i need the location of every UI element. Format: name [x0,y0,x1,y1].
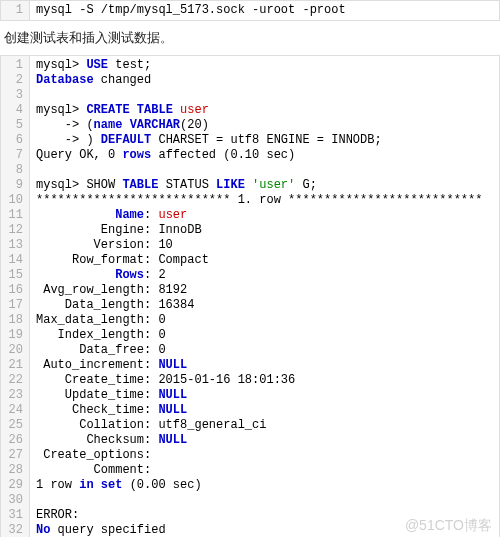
line-number: 3 [5,88,23,103]
code-block-1: 1 mysql -S /tmp/mysql_5173.sock -uroot -… [0,0,500,21]
code-line: ERROR: [36,508,493,523]
line-number: 20 [5,343,23,358]
code-line: Database changed [36,73,493,88]
line-number: 10 [5,193,23,208]
line-number: 24 [5,403,23,418]
code-line: *************************** 1. row *****… [36,193,493,208]
code-line: mysql -S /tmp/mysql_5173.sock -uroot -pr… [36,3,493,18]
code-content: mysql -S /tmp/mysql_5173.sock -uroot -pr… [30,1,499,20]
code-line: Rows: 2 [36,268,493,283]
line-gutter: 1 [1,1,30,20]
line-number: 1 [5,58,23,73]
line-number: 6 [5,133,23,148]
line-number: 13 [5,238,23,253]
code-line: Avg_row_length: 8192 [36,283,493,298]
line-number: 17 [5,298,23,313]
line-number: 30 [5,493,23,508]
code-line: Update_time: NULL [36,388,493,403]
code-line: mysql> USE test; [36,58,493,73]
line-number: 18 [5,313,23,328]
code-line: Engine: InnoDB [36,223,493,238]
code-line: mysql> CREATE TABLE user [36,103,493,118]
code-line: Index_length: 0 [36,328,493,343]
line-number: 25 [5,418,23,433]
code-line [36,493,493,508]
line-number: 7 [5,148,23,163]
line-number: 26 [5,433,23,448]
code-line: Row_format: Compact [36,253,493,268]
line-number: 4 [5,103,23,118]
code-line: No query specified [36,523,493,537]
line-number: 8 [5,163,23,178]
line-number: 11 [5,208,23,223]
line-number: 12 [5,223,23,238]
code-line [36,88,493,103]
code-block-2: 1234567891011121314151617181920212223242… [0,55,500,537]
code-line: Data_free: 0 [36,343,493,358]
code-line: 1 row in set (0.00 sec) [36,478,493,493]
code-line: Create_options: [36,448,493,463]
code-line: Version: 10 [36,238,493,253]
line-number: 2 [5,73,23,88]
code-line [36,163,493,178]
description-text: 创建测试表和插入测试数据。 [0,21,500,55]
line-number: 23 [5,388,23,403]
code-line: Data_length: 16384 [36,298,493,313]
line-number: 14 [5,253,23,268]
code-content: mysql> USE test;Database changed mysql> … [30,56,499,537]
code-line: Collation: utf8_general_ci [36,418,493,433]
line-number: 31 [5,508,23,523]
line-number: 16 [5,283,23,298]
line-gutter: 1234567891011121314151617181920212223242… [1,56,30,537]
code-line: Query OK, 0 rows affected (0.10 sec) [36,148,493,163]
line-number: 9 [5,178,23,193]
line-number: 1 [5,3,23,18]
code-line: mysql> SHOW TABLE STATUS LIKE 'user' G; [36,178,493,193]
code-line: Checksum: NULL [36,433,493,448]
line-number: 21 [5,358,23,373]
code-line: Auto_increment: NULL [36,358,493,373]
code-line: Max_data_length: 0 [36,313,493,328]
code-line: Name: user [36,208,493,223]
line-number: 5 [5,118,23,133]
line-number: 27 [5,448,23,463]
line-number: 32 [5,523,23,537]
code-line: Create_time: 2015-01-16 18:01:36 [36,373,493,388]
code-line: Comment: [36,463,493,478]
code-line: -> ) DEFAULT CHARSET = utf8 ENGINE = INN… [36,133,493,148]
code-line: Check_time: NULL [36,403,493,418]
line-number: 15 [5,268,23,283]
line-number: 22 [5,373,23,388]
line-number: 29 [5,478,23,493]
line-number: 28 [5,463,23,478]
code-line: -> (name VARCHAR(20) [36,118,493,133]
line-number: 19 [5,328,23,343]
